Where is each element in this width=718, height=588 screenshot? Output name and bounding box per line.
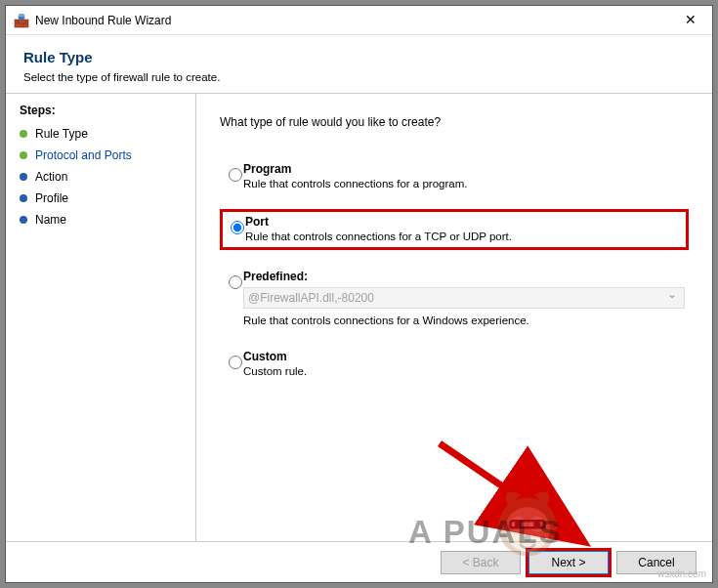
step-label: Rule Type — [35, 127, 88, 141]
titlebar: New Inbound Rule Wizard ✕ — [6, 6, 712, 35]
step-rule-type[interactable]: Rule Type — [20, 123, 182, 145]
prompt-text: What type of rule would you like to crea… — [220, 115, 689, 129]
step-label: Profile — [35, 191, 68, 205]
bullet-icon — [20, 173, 27, 181]
radio-port[interactable] — [231, 221, 244, 234]
radio-custom[interactable] — [229, 356, 242, 369]
option-title: Predefined: — [243, 270, 685, 283]
radio-program[interactable] — [229, 168, 242, 182]
predefined-select[interactable]: @FirewallAPI.dll,-80200 — [243, 287, 685, 309]
next-button[interactable]: Next > — [528, 551, 609, 574]
option-title: Port — [245, 215, 683, 229]
radio-predefined[interactable] — [229, 275, 242, 289]
option-predefined[interactable]: Predefined: @FirewallAPI.dll,-80200 Rule… — [220, 266, 689, 330]
step-label: Name — [35, 213, 66, 227]
window-title: New Inbound Rule Wizard — [35, 14, 668, 27]
option-program[interactable]: Program Rule that controls connections f… — [220, 158, 689, 193]
bullet-icon — [20, 194, 27, 202]
wizard-window: New Inbound Rule Wizard ✕ Rule Type Sele… — [5, 5, 713, 583]
bullet-icon — [20, 151, 27, 159]
back-button[interactable]: < Back — [441, 551, 521, 574]
option-desc: Rule that controls connections for a TCP… — [245, 231, 683, 242]
page-heading: Rule Type — [23, 49, 695, 65]
step-action[interactable]: Action — [20, 166, 182, 188]
header: Rule Type Select the type of firewall ru… — [6, 35, 712, 94]
step-label: Action — [35, 170, 67, 184]
main-panel: What type of rule would you like to crea… — [196, 94, 712, 541]
bullet-icon — [20, 216, 27, 224]
option-title: Custom — [243, 350, 685, 363]
footer: < Back Next > Cancel — [6, 541, 712, 582]
steps-sidebar: Steps: Rule Type Protocol and Ports Acti… — [6, 94, 196, 541]
close-button[interactable]: ✕ — [668, 6, 712, 34]
option-port[interactable]: Port Rule that controls connections for … — [220, 209, 689, 250]
steps-label: Steps: — [20, 104, 182, 117]
option-desc: Rule that controls connections for a pro… — [243, 178, 685, 189]
step-label: Protocol and Ports — [35, 148, 132, 162]
step-profile[interactable]: Profile — [20, 188, 182, 209]
firewall-icon — [14, 13, 29, 28]
bullet-icon — [20, 130, 27, 138]
page-subheading: Select the type of firewall rule to crea… — [23, 71, 695, 83]
option-desc: Custom rule. — [243, 365, 685, 377]
step-protocol-and-ports[interactable]: Protocol and Ports — [20, 145, 182, 166]
option-desc: Rule that controls connections for a Win… — [243, 315, 685, 326]
cancel-button[interactable]: Cancel — [616, 551, 697, 574]
step-name[interactable]: Name — [20, 209, 182, 231]
option-custom[interactable]: Custom Custom rule. — [220, 346, 689, 381]
option-title: Program — [243, 162, 685, 176]
